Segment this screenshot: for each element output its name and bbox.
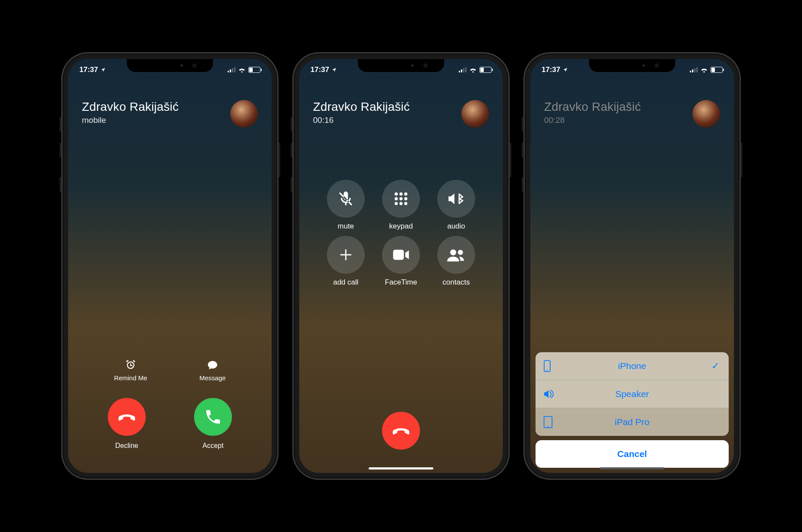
notch [358,59,444,72]
contacts-label: contacts [442,278,470,287]
iphone-icon [543,360,551,372]
remind-me-label: Remind Me [114,374,147,382]
speaker-icon [543,389,555,399]
notch [589,59,675,72]
audio-label: audio [447,222,465,231]
cell-signal-icon [690,67,698,72]
alarm-clock-icon [125,360,136,371]
audio-route-speaker-label: Speaker [615,389,649,399]
avatar [692,100,720,128]
phone-down-icon [117,407,137,427]
wifi-icon [238,67,246,73]
audio-route-ipad-pro[interactable]: iPad Pro [536,408,729,436]
location-arrow-icon [100,67,106,72]
battery-icon [711,67,723,73]
screen-incoming-call: 17:37 Zdravko Rakijašić mobile [68,59,272,473]
contacts-button[interactable]: contacts [436,236,476,292]
caller-source: mobile [82,116,179,125]
svg-point-11 [458,250,463,255]
home-indicator[interactable] [600,467,664,469]
mute-button[interactable]: mute [326,180,366,236]
accept-label: Accept [203,442,224,450]
audio-route-sheet: iPhone ✓ Speaker iPad Pro Cancel [536,352,729,468]
end-call-button[interactable] [382,412,420,450]
accept-button[interactable]: Accept [194,398,232,450]
svg-point-10 [450,249,456,255]
svg-point-4 [399,197,402,200]
ipad-icon [543,416,553,428]
keypad-label: keypad [389,222,413,231]
svg-rect-9 [393,250,404,260]
notch [127,59,213,72]
video-camera-icon [392,248,410,261]
message-icon [207,360,218,371]
audio-route-speaker[interactable]: Speaker [536,380,729,408]
message-button[interactable]: Message [200,360,226,382]
device-iphone-2: 17:37 Zdravko Rakijašić 00:16 [292,52,510,480]
caller-info: Zdravko Rakijašić 00:28 [544,100,720,128]
phone-down-icon [391,421,411,441]
facetime-label: FaceTime [385,278,417,287]
contacts-icon [447,248,465,262]
audio-route-ipad-label: iPad Pro [615,417,650,427]
keypad-button[interactable]: keypad [381,180,421,236]
battery-icon [479,67,492,73]
avatar [230,100,258,128]
svg-point-0 [395,192,398,195]
remind-me-button[interactable]: Remind Me [114,360,147,382]
avatar [461,100,489,128]
checkmark-icon: ✓ [711,360,719,372]
add-call-label: add call [333,278,359,287]
speaker-bluetooth-icon [447,191,466,206]
decline-label: Decline [115,442,138,450]
svg-point-15 [548,426,548,427]
svg-point-6 [395,202,398,205]
caller-info: Zdravko Rakijašić mobile [82,100,258,128]
facetime-button[interactable]: FaceTime [381,236,421,292]
status-time: 17:37 [79,66,98,74]
keypad-icon [393,191,409,207]
caller-name: Zdravko Rakijašić [544,100,641,114]
caller-name: Zdravko Rakijašić [313,100,410,114]
svg-point-5 [404,197,407,200]
svg-point-8 [404,202,407,205]
cell-signal-icon [228,67,235,72]
call-duration: 00:28 [544,116,641,125]
svg-point-2 [404,192,407,195]
location-arrow-icon [332,67,337,72]
audio-route-iphone-label: iPhone [618,361,646,371]
audio-route-cancel-label: Cancel [617,449,647,459]
home-indicator[interactable] [369,467,433,469]
wifi-icon [469,67,477,73]
mute-label: mute [338,222,354,231]
status-time: 17:37 [542,66,560,74]
screen-audio-route: 17:37 Zdravko Rakijašić 00:28 [530,59,734,473]
call-duration: 00:16 [313,116,410,125]
audio-route-iphone[interactable]: iPhone ✓ [536,352,729,380]
decline-button[interactable]: Decline [108,398,146,450]
audio-route-cancel[interactable]: Cancel [536,440,729,468]
svg-point-1 [399,192,402,195]
caller-info: Zdravko Rakijašić 00:16 [313,100,489,128]
mic-off-icon [337,190,354,207]
add-call-button[interactable]: add call [326,236,366,292]
device-iphone-3: 17:37 Zdravko Rakijašić 00:28 [523,52,741,480]
svg-point-3 [395,197,398,200]
plus-icon [338,247,353,262]
screen-active-call: 17:37 Zdravko Rakijašić 00:16 [299,59,503,473]
status-time: 17:37 [310,66,329,74]
svg-point-13 [547,369,548,370]
caller-name: Zdravko Rakijašić [82,100,179,114]
audio-button[interactable]: audio [436,180,476,236]
location-arrow-icon [563,67,568,72]
device-iphone-1: 17:37 Zdravko Rakijašić mobile [61,52,279,480]
wifi-icon [700,67,708,73]
svg-rect-14 [544,416,552,428]
message-label: Message [200,374,226,382]
battery-icon [248,67,260,73]
phone-up-icon [204,408,222,426]
cell-signal-icon [459,67,467,72]
svg-point-7 [399,202,402,205]
